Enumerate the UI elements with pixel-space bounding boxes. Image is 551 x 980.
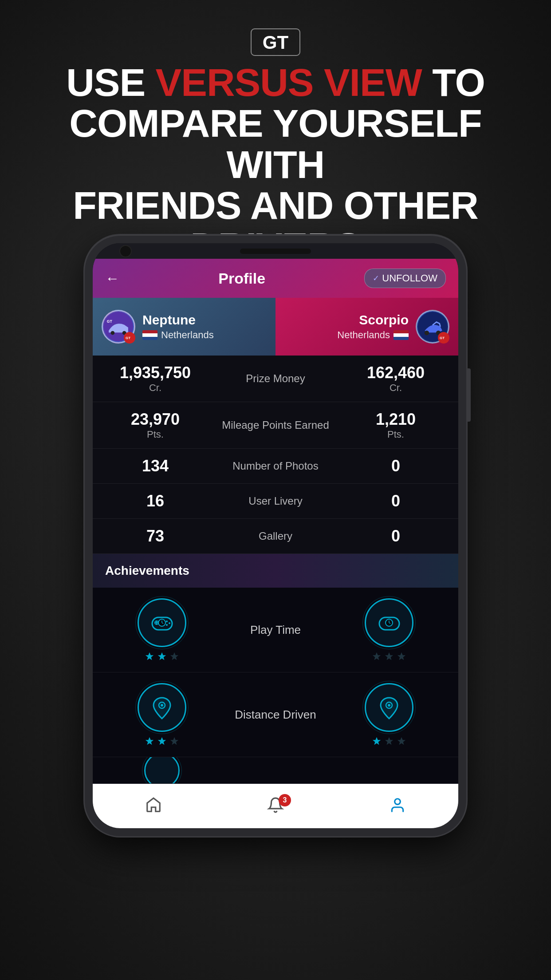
svg-marker-39 (373, 737, 381, 745)
photos-right: 0 (333, 457, 458, 475)
achievement-stars-left-distance (145, 736, 179, 746)
svg-point-12 (155, 621, 158, 624)
svg-marker-23 (158, 652, 166, 660)
stat-row-mileage: 23,970 Pts. Mileage Points Earned 1,210 … (93, 402, 458, 449)
star-r2 (384, 652, 394, 661)
player-left-avatar-wrap: GT GT (102, 310, 135, 344)
gallery-label: Gallery (218, 529, 333, 543)
gt-badge-left: GT (124, 332, 135, 344)
dist-r-star-2 (384, 736, 394, 746)
achievements-header: Achievements (93, 554, 458, 588)
profile-icon (388, 797, 407, 814)
svg-point-32 (159, 702, 165, 708)
svg-marker-29 (373, 652, 381, 660)
player-right-name: Scorpio (359, 312, 409, 328)
svg-rect-11 (152, 617, 172, 630)
player-left: GT GT (93, 298, 276, 356)
gt-badge-right: GT (438, 332, 449, 344)
achievement-circle-right-distance (365, 683, 413, 732)
player-right: Scorpio Netherlands (276, 298, 458, 356)
unfollow-button[interactable]: ✓ UNFOLLOW (364, 269, 446, 288)
app-content: ← Profile ✓ UNFOLLOW (93, 259, 458, 828)
svg-point-42 (394, 799, 400, 805)
flag-nl-left (142, 330, 157, 340)
player-right-avatar-wrap: GT (416, 310, 449, 344)
back-button[interactable]: ← (105, 270, 119, 287)
svg-marker-40 (385, 737, 393, 745)
phone-screen: ← Profile ✓ UNFOLLOW (93, 243, 458, 828)
livery-label: User Livery (218, 494, 333, 508)
livery-left: 16 (93, 492, 218, 510)
svg-text:GT: GT (126, 336, 130, 340)
player-left-name: Neptune (142, 312, 214, 328)
achievement-left-third (102, 757, 222, 784)
headline-highlight: VERSUS VIEW (156, 60, 422, 104)
nav-profile[interactable] (388, 797, 407, 814)
svg-text:GT: GT (263, 32, 289, 53)
player-left-info: Neptune Netherlands (142, 312, 214, 341)
dist-r-star-1 (372, 736, 382, 746)
bottom-navigation: 3 (93, 784, 458, 828)
photos-label: Number of Photos (218, 459, 333, 473)
svg-rect-25 (379, 617, 399, 630)
svg-line-28 (389, 623, 390, 624)
achievement-right-playtime (329, 598, 449, 661)
flag-nl-right (394, 330, 409, 340)
svg-marker-41 (398, 737, 405, 745)
achievement-label-distance: Distance Driven (222, 708, 329, 722)
dist-star-1 (145, 736, 154, 746)
prize-money-left: 1,935,750 Cr. (93, 364, 218, 394)
unfollow-label: UNFOLLOW (382, 273, 437, 284)
svg-marker-24 (170, 652, 178, 660)
player-right-info: Scorpio Netherlands (337, 312, 409, 341)
achievement-stars-right-distance (372, 736, 406, 746)
achievement-circle-right-playtime (365, 598, 413, 647)
check-icon: ✓ (373, 273, 379, 283)
prize-money-label: Prize Money (218, 371, 333, 385)
svg-point-17 (166, 624, 168, 626)
svg-point-8 (425, 331, 429, 336)
achievement-label-playtime: Play Time (222, 623, 329, 637)
profile-header: ← Profile ✓ UNFOLLOW (93, 259, 458, 298)
svg-marker-36 (170, 737, 178, 745)
svg-point-16 (169, 622, 170, 624)
svg-point-33 (161, 704, 163, 707)
players-comparison-row: GT GT (93, 298, 458, 356)
achievement-right-distance (329, 683, 449, 746)
achievement-circle-left-playtime (138, 598, 186, 647)
mileage-label: Mileage Points Earned (218, 418, 333, 432)
player-right-country: Netherlands (337, 329, 409, 341)
gallery-right: 0 (333, 527, 458, 545)
svg-point-18 (163, 622, 165, 624)
profile-title: Profile (218, 270, 265, 287)
gt-logo: GT (249, 27, 302, 58)
dist-star-3 (169, 736, 179, 746)
mileage-right: 1,210 Pts. (333, 410, 458, 440)
achievement-left-distance (102, 683, 222, 746)
achievements-title: Achievements (105, 564, 189, 578)
phone-outer: ← Profile ✓ UNFOLLOW (85, 235, 466, 836)
achievement-circle-left-third (144, 757, 180, 784)
achievement-circle-left-distance (138, 683, 186, 732)
svg-marker-35 (158, 737, 166, 745)
photos-left: 134 (93, 457, 218, 475)
livery-right: 0 (333, 492, 458, 510)
nav-home[interactable] (144, 797, 163, 814)
stat-row-gallery: 73 Gallery 0 (93, 519, 458, 554)
nav-notifications[interactable]: 3 (266, 797, 285, 814)
stat-row-photos: 134 Number of Photos 0 (93, 449, 458, 484)
svg-point-4 (111, 331, 115, 335)
phone-notch (93, 243, 458, 259)
achievement-stars-left-playtime (145, 652, 179, 661)
dist-r-star-3 (397, 736, 406, 746)
stat-row-livery: 16 User Livery 0 (93, 484, 458, 519)
achievement-stars-right-playtime (372, 652, 406, 661)
svg-point-37 (386, 702, 392, 708)
star-3 (169, 652, 179, 661)
achievement-distance: Distance Driven (93, 672, 458, 757)
player-left-country: Netherlands (142, 329, 214, 341)
achievement-left-playtime (102, 598, 222, 661)
stat-row-prize-money: 1,935,750 Cr. Prize Money 162,460 Cr. (93, 356, 458, 402)
notification-badge: 3 (279, 794, 291, 806)
mileage-left: 23,970 Pts. (93, 410, 218, 440)
